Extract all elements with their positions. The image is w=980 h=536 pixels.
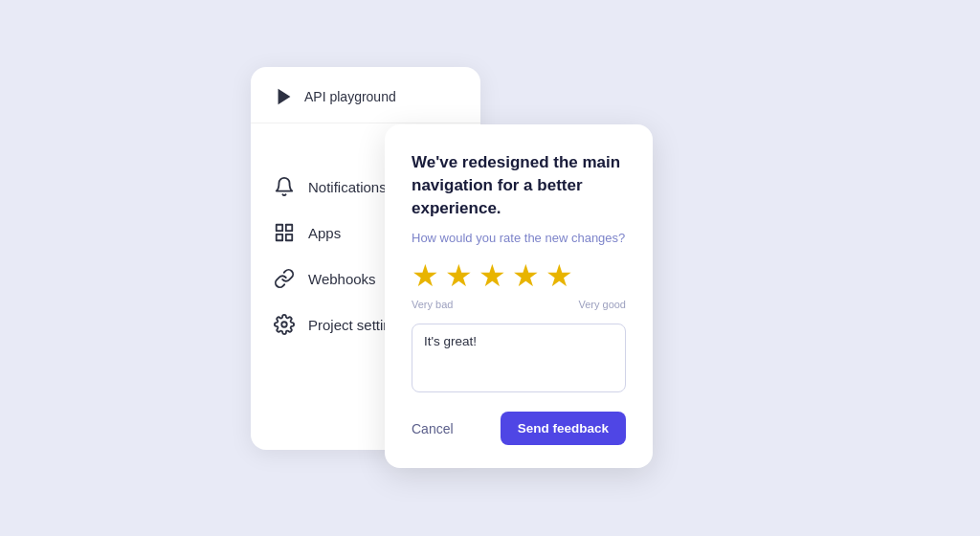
star-5[interactable]: ★ [546, 260, 573, 291]
rating-labels: Very bad Very good [412, 299, 626, 310]
notifications-label: Notifications [308, 179, 387, 195]
stars-row: ★ ★ ★ ★ ★ [412, 260, 626, 291]
star-1[interactable]: ★ [412, 260, 439, 291]
grid-icon [274, 222, 295, 243]
scene: API playground Notifications [251, 67, 729, 469]
svg-point-5 [281, 322, 287, 327]
feedback-heading: We've redesigned the main navigation for… [412, 151, 626, 219]
feedback-textarea[interactable] [412, 324, 626, 392]
play-icon [274, 86, 295, 107]
feedback-question: How would you rate the new changes? [412, 231, 626, 245]
rating-high-label: Very good [578, 299, 626, 310]
svg-rect-4 [286, 234, 292, 240]
webhooks-label: Webhooks [308, 271, 376, 287]
api-playground-label: API playground [304, 89, 396, 104]
gear-icon [274, 314, 295, 335]
svg-rect-1 [277, 225, 282, 231]
apps-label: Apps [308, 225, 341, 241]
star-2[interactable]: ★ [445, 260, 473, 291]
send-feedback-button[interactable]: Send feedback [501, 412, 626, 445]
feedback-card: We've redesigned the main navigation for… [385, 124, 653, 468]
star-3[interactable]: ★ [479, 260, 506, 291]
svg-marker-0 [278, 89, 291, 105]
svg-rect-3 [277, 234, 282, 240]
svg-rect-2 [286, 225, 292, 231]
bell-icon [274, 176, 295, 197]
sidebar-top-item[interactable]: API playground [251, 67, 480, 123]
cancel-button[interactable]: Cancel [412, 413, 454, 444]
star-4[interactable]: ★ [512, 260, 540, 291]
rating-low-label: Very bad [412, 299, 453, 310]
feedback-actions: Cancel Send feedback [412, 412, 626, 445]
webhooks-icon [274, 268, 295, 289]
